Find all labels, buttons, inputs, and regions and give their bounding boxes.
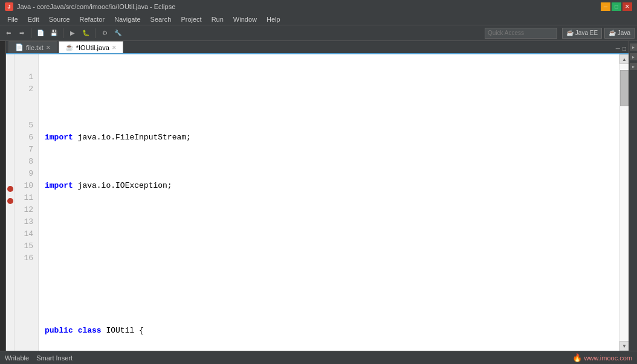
status-writable-label: Writable (5, 354, 29, 362)
window-controls: ─ □ ✕ (601, 2, 632, 11)
right-panel-btn-2[interactable]: ▸ (630, 53, 637, 60)
toolbar-btn-save[interactable]: 💾 (48, 27, 60, 39)
tab-maximize-btn[interactable]: □ (622, 45, 626, 52)
line-num-1: 1 (17, 71, 36, 83)
toolbar: ⬅ ➡ 📄 💾 ▶ 🐛 ⚙ 🔧 ☕ Java EE ☕ Java (0, 25, 637, 41)
tab-file-txt[interactable]: 📄 file.txt ✕ (8, 41, 57, 53)
code-line-1: import java.io.FileInputStream; (45, 132, 619, 144)
outer-right-panel: ▸ ▸ ▸ (629, 41, 637, 351)
java-ee-perspective[interactable]: ☕ Java EE (562, 28, 602, 39)
breakpoint-gutter (6, 54, 15, 351)
line-num-6: 6 (17, 132, 36, 144)
right-panel-btn-3[interactable]: ▸ (630, 63, 637, 70)
tab-bar: 📄 file.txt ✕ ☕ *IOUtil.java ✕ ─ □ (6, 41, 629, 54)
menu-file[interactable]: File (2, 13, 23, 25)
scroll-up-arrow[interactable]: ▲ (619, 54, 629, 64)
code-import-path-2: java.io.IOException; (73, 180, 172, 192)
toolbar-search (485, 28, 557, 39)
imooc-logo: 🔥 www.imooc.com (572, 353, 632, 362)
menu-navigate[interactable]: Navigate (109, 13, 145, 25)
space-5a (73, 325, 78, 337)
toolbar-btn-debug[interactable]: 🐛 (80, 27, 92, 39)
line-num-12: 12 (17, 204, 36, 216)
menu-run[interactable]: Run (207, 13, 228, 25)
close-button[interactable]: ✕ (622, 2, 632, 11)
kw-class-5: class (78, 325, 102, 337)
status-smart-insert-label: Smart Insert (36, 354, 73, 362)
scroll-down-arrow[interactable]: ▼ (619, 341, 629, 351)
menu-refactor[interactable]: Refactor (75, 13, 110, 25)
main-area: 📄 file.txt ✕ ☕ *IOUtil.java ✕ ─ □ (0, 41, 637, 351)
line-num-15: 15 (17, 240, 36, 252)
line-num-9: 9 (17, 168, 36, 180)
scroll-thumb[interactable] (620, 70, 629, 106)
kw-import-2: import (45, 180, 73, 192)
tab-ioutils-java[interactable]: ☕ *IOUtil.java ✕ (59, 41, 123, 53)
breakpoint-15[interactable] (7, 198, 13, 204)
scroll-track[interactable] (619, 64, 629, 341)
breakpoint-14[interactable] (7, 186, 13, 192)
toolbar-sep-3 (95, 28, 95, 38)
code-line-5: public class IOUtil { (45, 325, 619, 337)
menu-edit[interactable]: Edit (23, 13, 44, 25)
kw-import-1: import (45, 132, 73, 144)
tab-ioutils-label: *IOUtil.java (76, 44, 109, 51)
line-num-7: 7 (17, 144, 36, 156)
code-line-2: import java.io.IOException; (45, 180, 619, 192)
toolbar-btn-new[interactable]: 📄 (34, 27, 47, 39)
code-content[interactable]: import java.io.FileInputStream; import j… (39, 54, 619, 351)
menu-window[interactable]: Window (228, 13, 262, 25)
title-text: Java - coreJava/src/com/imooc/io/IOUtil.… (17, 3, 601, 10)
left-gutter (0, 41, 6, 351)
status-writable: Writable (5, 354, 29, 362)
menu-project[interactable]: Project (176, 13, 206, 25)
line-num-8: 8 (17, 156, 36, 168)
toolbar-sep-1 (31, 28, 31, 38)
line-num-5: 5 (17, 120, 36, 132)
tab-minimize-btn[interactable]: ─ (616, 45, 620, 52)
code-import-path-1: java.io.FileInputStream; (73, 132, 191, 144)
quick-access-input[interactable] (485, 28, 557, 39)
right-panel-btn-1[interactable]: ▸ (630, 43, 637, 51)
code-editor: 1 2 5 6 7 8 9 10 11 12 13 14 15 16 (6, 54, 629, 351)
java-perspective[interactable]: ☕ Java (604, 28, 635, 39)
code-line-3 (45, 228, 619, 240)
line-num-13: 13 (17, 216, 36, 228)
toolbar-btn-2[interactable]: ➡ (16, 27, 28, 39)
line-num-14: 14 (17, 228, 36, 240)
line-num-4 (17, 107, 36, 120)
line-num-16: 16 (17, 252, 36, 264)
app-icon: J (5, 2, 13, 11)
toolbar-btn-6[interactable]: 🔧 (112, 27, 124, 39)
menu-bar: File Edit Source Refactor Navigate Searc… (0, 13, 637, 25)
imooc-website: www.imooc.com (584, 354, 632, 362)
perspective-buttons: ☕ Java EE ☕ Java (562, 28, 635, 39)
line-numbers: 1 2 5 6 7 8 9 10 11 12 13 14 15 16 (15, 54, 39, 351)
tab-ioutils-close[interactable]: ✕ (112, 45, 117, 51)
menu-source[interactable]: Source (44, 13, 75, 25)
title-bar: J Java - coreJava/src/com/imooc/io/IOUti… (0, 0, 637, 13)
tab-controls: ─ □ (616, 45, 626, 53)
editor-container: 📄 file.txt ✕ ☕ *IOUtil.java ✕ ─ □ (6, 41, 629, 351)
classname-5: IOUtil { (102, 325, 144, 337)
status-smart-insert: Smart Insert (36, 354, 73, 362)
line-num-10: 10 (17, 180, 36, 192)
toolbar-btn-5[interactable]: ⚙ (99, 27, 111, 39)
menu-search[interactable]: Search (146, 13, 176, 25)
right-scrollbar[interactable]: ▲ ▼ (619, 54, 629, 351)
toolbar-btn-1[interactable]: ⬅ (2, 27, 15, 39)
menu-help[interactable]: Help (262, 13, 285, 25)
minimize-button[interactable]: ─ (601, 2, 610, 11)
line-num-11: 11 (17, 192, 36, 204)
line-num-empty (17, 59, 36, 71)
tab-file-txt-icon: 📄 (15, 43, 24, 51)
fire-icon: 🔥 (572, 353, 582, 362)
toolbar-btn-run[interactable]: ▶ (66, 27, 79, 39)
line-num-3 (17, 95, 36, 107)
tab-file-txt-label: file.txt (26, 44, 44, 51)
toolbar-sep-2 (63, 28, 63, 38)
code-line-4 (45, 276, 619, 289)
tab-file-txt-close[interactable]: ✕ (46, 45, 51, 51)
status-bar: Writable Smart Insert 🔥 www.imooc.com (0, 351, 637, 364)
maximize-button[interactable]: □ (612, 2, 621, 11)
